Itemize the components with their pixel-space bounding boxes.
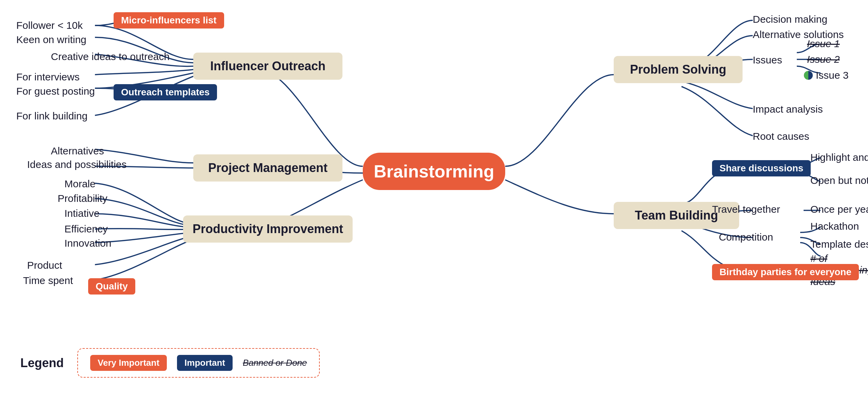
leaf-for-guest: For guest posting bbox=[16, 86, 95, 97]
legend-box: Very Important Important Banned or Done bbox=[77, 348, 320, 378]
badge-quality: Quality bbox=[88, 278, 135, 295]
leaf-issue1: Issue 1 bbox=[807, 38, 840, 50]
branch-pm-label: Project Management bbox=[208, 161, 328, 175]
badge-micro-influencers: Micro-influencers list bbox=[114, 12, 224, 29]
half-circle-icon bbox=[804, 71, 813, 80]
legend-important: Important bbox=[177, 355, 233, 371]
leaf-profitability: Profitability bbox=[58, 193, 107, 204]
leaf-issue3: Issue 3 bbox=[804, 70, 849, 81]
badge-share-discussions: Share discussions bbox=[712, 160, 811, 176]
branch-problem-solving: Problem Solving bbox=[614, 56, 743, 83]
leaf-morale: Morale bbox=[64, 178, 96, 190]
leaf-issues: Issues bbox=[753, 54, 782, 66]
branch-tb-label: Team Building bbox=[635, 208, 718, 223]
leaf-highlight-repeat: Highlight and repeat the important bbox=[810, 152, 868, 163]
leaf-competition: Competition bbox=[719, 231, 773, 243]
legend-title: Legend bbox=[20, 356, 64, 370]
leaf-root-causes: Root causes bbox=[753, 131, 809, 142]
leaf-keen-writing: Keen on writing bbox=[16, 34, 86, 45]
center-label: Brainstorming bbox=[374, 161, 494, 182]
legend: Legend Very Important Important Banned o… bbox=[20, 348, 320, 378]
leaf-impact-analysis: Impact analysis bbox=[753, 103, 823, 115]
branch-influencer-label: Influencer Outreach bbox=[210, 59, 326, 73]
leaf-once-per-year: Once per year bbox=[810, 204, 868, 215]
leaf-initiative: Intiative bbox=[64, 208, 99, 219]
leaf-decision-making: Decision making bbox=[753, 14, 827, 25]
center-node: Brainstorming bbox=[363, 153, 505, 190]
leaf-open-not-overload: Open but not information overload bbox=[810, 175, 868, 186]
leaf-innovation: Innovation bbox=[64, 238, 111, 249]
leaf-for-interviews: For interviews bbox=[16, 71, 80, 83]
leaf-follower: Follower < 10k bbox=[16, 20, 83, 31]
leaf-hackathon: Hackathon bbox=[810, 221, 859, 232]
legend-very-important: Very Important bbox=[90, 355, 167, 371]
leaf-template-design: Template design bbox=[810, 239, 868, 250]
leaf-issue2: Issue 2 bbox=[807, 54, 840, 65]
branch-productivity: Productivity Improvement bbox=[183, 215, 353, 243]
legend-banned-done: Banned or Done bbox=[243, 358, 307, 368]
leaf-time-spent: Time spent bbox=[23, 275, 73, 286]
leaf-creative-ideas: Creative ideas to outreach bbox=[51, 51, 170, 62]
branch-project-management: Project Management bbox=[193, 154, 342, 182]
badge-outreach-templates: Outreach templates bbox=[114, 84, 217, 100]
leaf-travel-together: Travel together bbox=[712, 204, 780, 215]
leaf-ideas-possibilities: Ideas and possibilities bbox=[27, 159, 127, 170]
leaf-efficiency: Efficiency bbox=[64, 223, 108, 235]
leaf-product: Product bbox=[27, 260, 62, 271]
branch-productivity-label: Productivity Improvement bbox=[193, 222, 343, 236]
leaf-alternatives: Alternatives bbox=[51, 145, 104, 157]
branch-ps-label: Problem Solving bbox=[630, 62, 726, 77]
leaf-for-link: For link building bbox=[16, 110, 87, 122]
badge-birthday-parties: Birthday parties for everyone bbox=[712, 264, 859, 280]
branch-influencer-outreach: Influencer Outreach bbox=[193, 53, 342, 80]
